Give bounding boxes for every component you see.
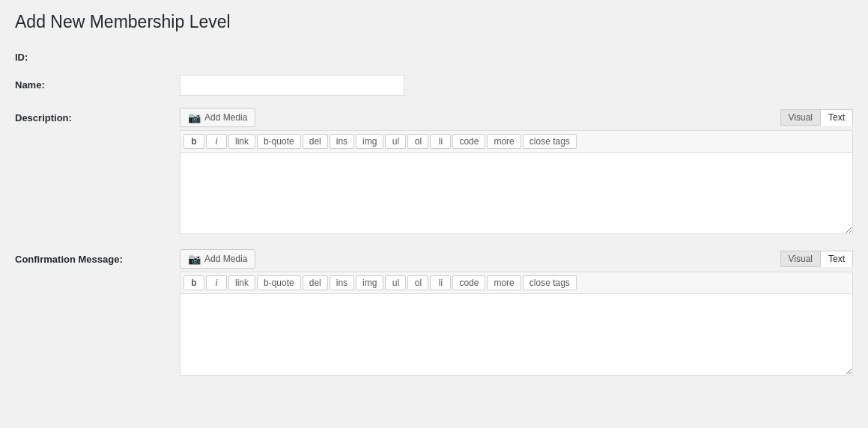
id-row: ID:	[15, 47, 853, 63]
add-media-label: Add Media	[204, 112, 247, 123]
page-title: Add New Membership Level	[15, 12, 853, 32]
toolbar-del-btn[interactable]: del	[303, 134, 328, 149]
conf-toolbar-link-btn[interactable]: link	[228, 275, 255, 290]
toolbar-code-btn[interactable]: code	[452, 134, 485, 149]
confirmation-message-label: Confirmation Message:	[15, 249, 180, 265]
conf-toolbar-code-btn[interactable]: code	[452, 275, 485, 290]
description-editor: 📷 Add Media Visual Text b i link b-quote…	[180, 108, 853, 234]
description-row: Description: 📷 Add Media Visual Text b i…	[15, 108, 853, 234]
confirmation-message-textarea[interactable]	[180, 293, 853, 376]
description-visual-tab[interactable]: Visual	[780, 109, 820, 126]
conf-toolbar-li-btn[interactable]: li	[430, 275, 451, 290]
conf-toolbar-more-btn[interactable]: more	[487, 275, 521, 290]
confirmation-message-row: Confirmation Message: 📷 Add Media Visual…	[15, 249, 853, 376]
toolbar-bquote-btn[interactable]: b-quote	[257, 134, 301, 149]
name-field	[180, 75, 853, 96]
toolbar-bold-btn[interactable]: b	[183, 134, 204, 149]
description-text-tab[interactable]: Text	[820, 109, 853, 126]
conf-toolbar-ul-btn[interactable]: ul	[385, 275, 406, 290]
confirmation-visual-tab[interactable]: Visual	[780, 251, 820, 267]
name-input[interactable]	[180, 75, 404, 96]
confirmation-message-editor: 📷 Add Media Visual Text b i link b-quote…	[180, 249, 853, 376]
conf-toolbar-italic-btn[interactable]: i	[206, 275, 227, 290]
id-label: ID:	[15, 47, 180, 63]
confirmation-add-media-label: Add Media	[204, 254, 247, 264]
confirmation-toolbar: b i link b-quote del ins img ul ol li co…	[180, 272, 853, 293]
conf-toolbar-bquote-btn[interactable]: b-quote	[257, 275, 301, 290]
page-container: Add New Membership Level ID: Name: Descr…	[0, 0, 868, 428]
name-label: Name:	[15, 75, 180, 91]
conf-toolbar-ol-btn[interactable]: ol	[407, 275, 428, 290]
conf-toolbar-bold-btn[interactable]: b	[183, 275, 204, 290]
add-media-icon: 📷	[188, 111, 201, 123]
toolbar-img-btn[interactable]: img	[356, 134, 383, 149]
confirmation-add-media-icon: 📷	[188, 253, 201, 265]
conf-toolbar-ins-btn[interactable]: ins	[330, 275, 354, 290]
toolbar-ol-btn[interactable]: ol	[407, 134, 428, 149]
toolbar-italic-btn[interactable]: i	[206, 134, 227, 149]
toolbar-link-btn[interactable]: link	[228, 134, 255, 149]
toolbar-ins-btn[interactable]: ins	[330, 134, 354, 149]
confirmation-tabs: Visual Text	[780, 251, 853, 267]
description-textarea[interactable]	[180, 152, 853, 234]
confirmation-add-media-button[interactable]: 📷 Add Media	[180, 249, 255, 269]
conf-toolbar-del-btn[interactable]: del	[303, 275, 328, 290]
description-top-bar: 📷 Add Media Visual Text	[180, 108, 853, 127]
confirmation-text-tab[interactable]: Text	[820, 251, 853, 267]
description-label: Description:	[15, 108, 180, 123]
description-add-media-button[interactable]: 📷 Add Media	[180, 108, 255, 127]
conf-toolbar-img-btn[interactable]: img	[356, 275, 383, 290]
toolbar-more-btn[interactable]: more	[487, 134, 521, 149]
description-tabs: Visual Text	[780, 109, 853, 126]
toolbar-close-tags-btn[interactable]: close tags	[523, 134, 577, 149]
conf-toolbar-close-tags-btn[interactable]: close tags	[523, 275, 577, 290]
toolbar-ul-btn[interactable]: ul	[385, 134, 406, 149]
confirmation-top-bar: 📷 Add Media Visual Text	[180, 249, 853, 269]
description-toolbar: b i link b-quote del ins img ul ol li co…	[180, 130, 853, 152]
name-row: Name:	[15, 75, 853, 96]
toolbar-li-btn[interactable]: li	[430, 134, 451, 149]
